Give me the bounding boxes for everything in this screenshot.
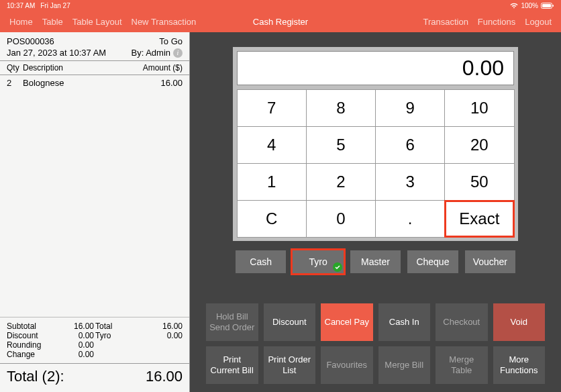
- col-qty: Qty: [7, 63, 23, 72]
- payment-methods: Cash Tyro Master Cheque Voucher: [233, 250, 518, 273]
- status-date: Fri Jan 27: [40, 2, 70, 9]
- key-9[interactable]: 9: [375, 89, 445, 127]
- fn-void[interactable]: Void: [493, 303, 546, 341]
- nav-table-layout[interactable]: Table Layout: [72, 17, 122, 27]
- amount-display: 0.00: [237, 51, 514, 85]
- key-0[interactable]: 0: [306, 200, 376, 238]
- page-title: Cash Register: [253, 17, 308, 27]
- top-nav: Home Table Table Layout New Transaction …: [0, 11, 561, 32]
- fn-print-order[interactable]: Print Order List: [264, 346, 316, 384]
- nav-transaction[interactable]: Transaction: [423, 17, 468, 27]
- receipt-line[interactable]: 2 Bolognese 16.00: [7, 78, 183, 88]
- col-desc: Description: [23, 63, 129, 72]
- key-4[interactable]: 4: [237, 126, 307, 164]
- receipt-summary: Subtotal 16.00 Total16.00 Discount 0.00 …: [0, 317, 189, 363]
- key-7[interactable]: 7: [237, 89, 307, 127]
- fn-cash-in[interactable]: Cash In: [378, 303, 431, 341]
- pm-voucher[interactable]: Voucher: [465, 250, 515, 273]
- key-6[interactable]: 6: [375, 126, 445, 164]
- nav-table[interactable]: Table: [42, 17, 63, 27]
- function-grid: Hold Bill Send Order Discount Cancel Pay…: [206, 303, 545, 384]
- fn-merge-table[interactable]: Merge Table: [436, 346, 488, 384]
- grand-total: Total (2): 16.00: [0, 363, 189, 392]
- svg-rect-1: [542, 4, 551, 7]
- nav-home[interactable]: Home: [9, 17, 33, 27]
- key-5[interactable]: 5: [306, 126, 376, 164]
- status-battery-pct: 100%: [521, 2, 538, 9]
- fn-discount[interactable]: Discount: [264, 303, 316, 341]
- key-2[interactable]: 2: [306, 163, 376, 201]
- key-50[interactable]: 50: [444, 163, 514, 201]
- pm-cheque[interactable]: Cheque: [407, 250, 458, 273]
- key-dot[interactable]: .: [375, 200, 445, 238]
- pm-cash[interactable]: Cash: [236, 250, 286, 273]
- wifi-icon: [510, 3, 518, 9]
- order-by: By: Admin: [131, 48, 170, 58]
- check-icon: [333, 262, 342, 272]
- key-clear[interactable]: C: [237, 200, 307, 238]
- receipt-panel: POS000036 To Go Jan 27, 2023 at 10:37 AM…: [0, 32, 190, 392]
- order-type: To Go: [159, 36, 183, 46]
- keypad: 7 8 9 10 4 5 6 20 1 2 3 50 C 0 . Exact: [233, 89, 518, 241]
- key-exact[interactable]: Exact: [444, 200, 514, 238]
- nav-new-transaction[interactable]: New Transaction: [132, 17, 197, 27]
- pm-master[interactable]: Master: [350, 250, 401, 273]
- key-1[interactable]: 1: [237, 163, 307, 201]
- battery-icon: [541, 3, 554, 9]
- pm-tyro[interactable]: Tyro: [293, 250, 343, 273]
- order-datetime: Jan 27, 2023 at 10:37 AM: [7, 48, 106, 58]
- fn-hold-bill[interactable]: Hold Bill Send Order: [206, 303, 258, 341]
- fn-checkout[interactable]: Checkout: [436, 303, 488, 341]
- svg-rect-2: [553, 5, 554, 7]
- nav-logout[interactable]: Logout: [525, 17, 552, 27]
- fn-more[interactable]: More Functions: [493, 346, 546, 384]
- key-10[interactable]: 10: [444, 89, 514, 127]
- status-bar: 10:37 AM Fri Jan 27 100%: [0, 0, 561, 11]
- fn-favourites[interactable]: Favourites: [321, 346, 373, 384]
- key-20[interactable]: 20: [444, 126, 514, 164]
- status-time: 10:37 AM: [7, 2, 35, 9]
- key-8[interactable]: 8: [306, 89, 376, 127]
- fn-print-bill[interactable]: Print Current Bill: [206, 346, 258, 384]
- col-amt: Amount ($): [129, 63, 183, 72]
- order-number: POS000036: [7, 36, 54, 46]
- fn-cancel-pay[interactable]: Cancel Pay: [321, 303, 373, 341]
- key-3[interactable]: 3: [375, 163, 445, 201]
- fn-merge-bill[interactable]: Merge Bill: [378, 346, 431, 384]
- info-icon[interactable]: i: [173, 48, 183, 58]
- nav-functions[interactable]: Functions: [478, 17, 515, 27]
